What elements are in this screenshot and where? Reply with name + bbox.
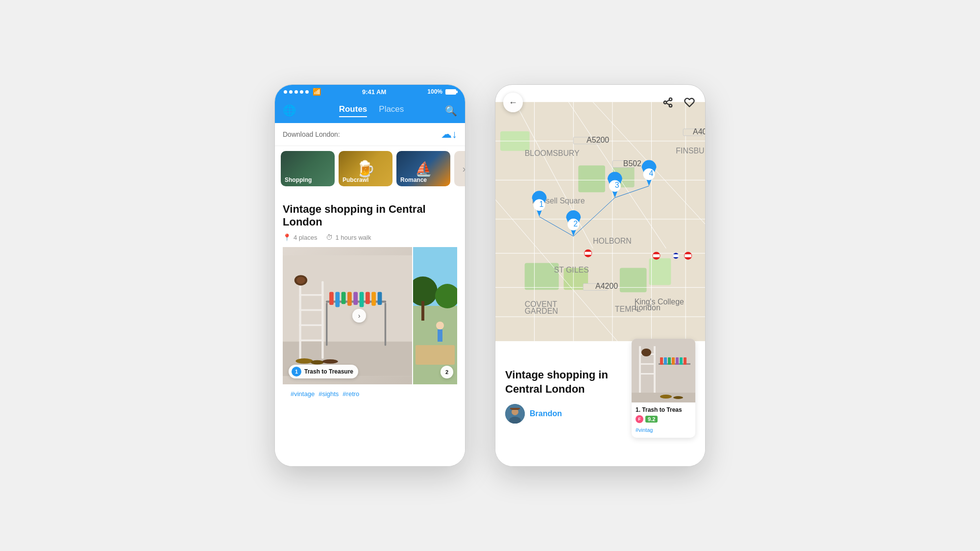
tag-retro: #retro xyxy=(343,390,359,398)
dot-2 xyxy=(289,90,293,94)
battery-fill xyxy=(446,90,455,94)
side-panel-image xyxy=(632,339,695,402)
route-card: Vintage shopping in Central London 📍 4 p… xyxy=(275,195,465,466)
svg-text:1: 1 xyxy=(539,200,544,208)
status-right: 100% xyxy=(427,88,456,95)
status-time: 9:41 AM xyxy=(362,88,386,96)
category-more[interactable]: › xyxy=(454,151,465,186)
category-shopping-label: Shopping xyxy=(285,176,312,183)
side-panel-info: 1. Trash to Treas F 9.2 #vintag xyxy=(632,402,695,438)
svg-rect-105 xyxy=(639,373,656,375)
gallery-next-btn[interactable]: › xyxy=(352,309,366,323)
map-back-button[interactable]: ← xyxy=(503,93,523,112)
svg-text:A4200: A4200 xyxy=(595,282,618,290)
svg-text:BLOOMSBURY: BLOOMSBURY xyxy=(525,149,580,157)
svg-rect-12 xyxy=(335,292,340,307)
category-romance[interactable]: ⛵ Romance xyxy=(396,151,450,186)
download-icon[interactable]: ☁↓ xyxy=(441,128,457,141)
svg-rect-81 xyxy=(673,254,679,257)
svg-rect-4 xyxy=(299,294,323,296)
route-tags: #vintage #sights #retro xyxy=(283,384,457,403)
battery-icon xyxy=(445,89,456,95)
tab-routes[interactable]: Routes xyxy=(339,104,368,117)
category-shopping[interactable]: Shopping xyxy=(281,151,335,186)
globe-icon[interactable]: 🌐 xyxy=(283,104,296,117)
duration-meta: ⏱ 1 hours walk xyxy=(326,233,371,241)
svg-rect-32 xyxy=(416,345,455,365)
svg-rect-109 xyxy=(668,357,671,365)
place-2-num: 2 xyxy=(445,369,448,375)
svg-rect-13 xyxy=(342,292,346,304)
svg-text:2: 2 xyxy=(573,220,578,228)
svg-rect-99 xyxy=(510,408,520,409)
svg-rect-15 xyxy=(353,292,358,305)
svg-rect-40 xyxy=(649,258,671,285)
svg-rect-16 xyxy=(360,292,364,307)
svg-text:4: 4 xyxy=(649,169,654,177)
map-screen: A5200 B502 A4200 A401 BLOOMSBURY HOLBORN… xyxy=(495,84,706,467)
svg-rect-3 xyxy=(321,281,323,359)
duration-text: 1 hours walk xyxy=(335,234,371,241)
map-area[interactable]: A5200 B502 A4200 A401 BLOOMSBURY HOLBORN… xyxy=(495,85,705,358)
tab-places[interactable]: Places xyxy=(379,104,404,117)
phone-screen: 📶 9:41 AM 100% 🌐 Routes Places 🔍 Downloa… xyxy=(274,84,466,467)
svg-point-23 xyxy=(311,360,323,365)
wifi-icon: 📶 xyxy=(313,88,321,96)
map-route-title: Vintage shopping in Central London xyxy=(505,368,626,396)
bottom-card-content: Vintage shopping in Central London Brand… xyxy=(505,368,626,424)
dot-3 xyxy=(294,90,298,94)
svg-rect-113 xyxy=(684,357,686,365)
svg-text:3: 3 xyxy=(615,181,619,189)
status-bar: 📶 9:41 AM 100% xyxy=(275,85,465,99)
category-pubcrawl-label: Pubcrawl xyxy=(343,176,368,183)
svg-rect-112 xyxy=(680,357,683,365)
categories-row: Shopping 🍺 Pubcrawl ⛵ Romance › xyxy=(275,146,465,191)
route-title: Vintage shopping in Central London xyxy=(283,203,457,228)
svg-point-30 xyxy=(436,322,444,329)
place-1-num: 1 xyxy=(292,367,301,376)
svg-rect-110 xyxy=(672,357,675,365)
svg-rect-35 xyxy=(578,166,605,193)
svg-text:HOLBORN: HOLBORN xyxy=(593,237,632,245)
route-gallery: 1 Trash to Treasure › xyxy=(283,247,457,384)
place-1-badge: 1 Trash to Treasure xyxy=(289,365,358,378)
route-meta: 📍 4 places ⏱ 1 hours walk xyxy=(283,233,457,241)
places-meta: 📍 4 places xyxy=(283,233,317,241)
category-romance-label: Romance xyxy=(400,176,427,183)
download-bar: Download London: ☁↓ xyxy=(275,123,465,146)
category-pubcrawl[interactable]: 🍺 Pubcrawl xyxy=(339,151,392,186)
tag-sights: #sights xyxy=(318,390,339,398)
side-panel-tag: #vintag xyxy=(636,427,653,433)
heart-button[interactable] xyxy=(680,93,699,112)
svg-point-116 xyxy=(660,395,672,399)
svg-rect-111 xyxy=(676,357,679,365)
places-count: 4 places xyxy=(294,234,317,241)
svg-line-93 xyxy=(666,103,669,105)
map-svg: A5200 B502 A4200 A401 BLOOMSBURY HOLBORN… xyxy=(495,85,705,358)
dot-5 xyxy=(305,90,309,94)
map-bottom-card: Vintage shopping in Central London Brand… xyxy=(495,358,705,466)
svg-point-22 xyxy=(295,358,313,364)
author-name[interactable]: Brandon xyxy=(530,409,562,418)
svg-rect-29 xyxy=(421,301,424,321)
tag-vintage: #vintage xyxy=(291,390,315,398)
nav-tabs: Routes Places xyxy=(302,104,441,117)
svg-rect-75 xyxy=(585,252,591,255)
svg-rect-108 xyxy=(664,357,667,365)
search-icon[interactable]: 🔍 xyxy=(445,105,457,117)
svg-rect-77 xyxy=(653,254,660,257)
svg-line-94 xyxy=(666,100,669,102)
outdoor-scene-svg xyxy=(413,247,457,384)
author-avatar xyxy=(505,404,525,424)
svg-point-114 xyxy=(641,349,651,356)
svg-rect-104 xyxy=(639,363,656,365)
shop-scene-svg xyxy=(283,247,412,384)
gallery-main: 1 Trash to Treasure › xyxy=(283,247,412,384)
svg-rect-107 xyxy=(660,357,663,365)
place-1-name: Trash to Treasure xyxy=(304,368,353,375)
download-label: Download London: xyxy=(283,130,340,138)
svg-rect-2 xyxy=(299,281,301,359)
svg-rect-9 xyxy=(326,303,328,346)
gallery-side: 2 xyxy=(413,247,457,384)
share-button[interactable] xyxy=(658,93,678,112)
